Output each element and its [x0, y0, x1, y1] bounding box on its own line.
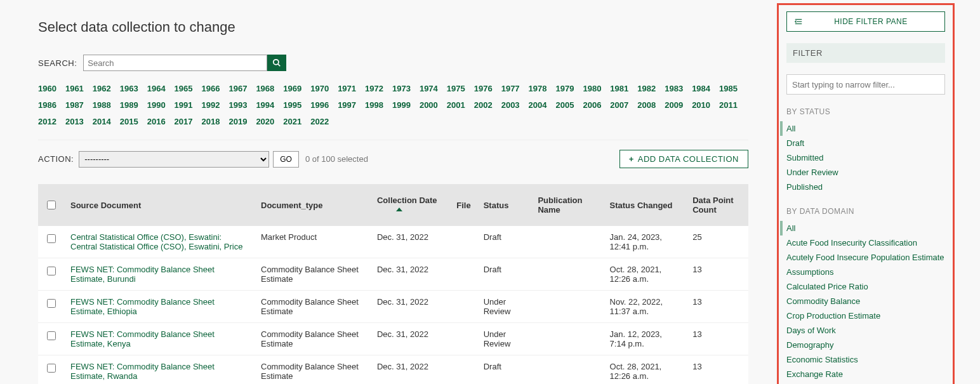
- search-button[interactable]: [267, 55, 286, 71]
- filter-link[interactable]: Submitted: [786, 153, 824, 162]
- year-link[interactable]: 2018: [202, 114, 220, 130]
- year-link[interactable]: 1977: [501, 81, 520, 97]
- year-link[interactable]: 1984: [692, 81, 710, 97]
- year-link[interactable]: 1978: [529, 81, 547, 97]
- row-checkbox[interactable]: [47, 234, 56, 243]
- year-link[interactable]: 1982: [637, 81, 656, 97]
- year-link[interactable]: 1996: [310, 97, 329, 114]
- year-link[interactable]: 1980: [583, 81, 601, 97]
- filter-link[interactable]: Assumptions: [786, 267, 833, 277]
- row-checkbox[interactable]: [47, 364, 56, 373]
- filter-item[interactable]: Crop Production Estimate: [786, 308, 945, 323]
- cell-source[interactable]: FEWS NET: Commodity Balance Sheet Estima…: [64, 323, 255, 355]
- year-link[interactable]: 1981: [610, 81, 628, 97]
- filter-link[interactable]: All: [786, 124, 795, 133]
- year-link[interactable]: 2019: [228, 114, 247, 130]
- year-link[interactable]: 2004: [529, 97, 547, 114]
- header-status-changed[interactable]: Status Changed: [604, 184, 687, 226]
- header-pub-name[interactable]: Publication Name: [531, 184, 603, 226]
- filter-link[interactable]: Draft: [786, 138, 804, 148]
- row-checkbox[interactable]: [47, 267, 56, 275]
- year-link[interactable]: 2017: [175, 114, 193, 130]
- year-link[interactable]: 2011: [719, 97, 738, 114]
- row-checkbox[interactable]: [47, 299, 56, 308]
- year-link[interactable]: 2003: [501, 97, 520, 114]
- year-link[interactable]: 1998: [365, 97, 383, 114]
- header-status[interactable]: Status: [477, 184, 532, 226]
- year-link[interactable]: 1974: [420, 81, 438, 97]
- header-count[interactable]: Data Point Count: [686, 184, 748, 226]
- year-link[interactable]: 1967: [228, 81, 247, 97]
- filter-link[interactable]: Crop Production Estimate: [786, 311, 880, 321]
- filter-link[interactable]: Acute Food Insecurity Classification: [786, 238, 917, 248]
- filter-link[interactable]: Calculated Price Ratio: [786, 282, 868, 291]
- cell-source[interactable]: FEWS NET: Commodity Balance Sheet Estima…: [64, 258, 255, 291]
- filter-item[interactable]: Acute Food Insecurity Classification: [786, 235, 945, 250]
- year-link[interactable]: 1965: [175, 81, 193, 97]
- filter-item[interactable]: Under Review: [786, 165, 945, 180]
- filter-item[interactable]: Calculated Price Ratio: [786, 279, 945, 294]
- action-select[interactable]: ---------: [79, 151, 269, 168]
- year-link[interactable]: 1963: [120, 81, 138, 97]
- year-link[interactable]: 1966: [202, 81, 220, 97]
- year-link[interactable]: 1995: [283, 97, 301, 114]
- year-link[interactable]: 2021: [283, 114, 301, 130]
- filter-link[interactable]: Economic Statistics: [786, 355, 858, 364]
- filter-item[interactable]: Commodity Balance: [786, 294, 945, 308]
- year-link[interactable]: 2007: [610, 97, 628, 114]
- year-link[interactable]: 2008: [637, 97, 656, 114]
- year-link[interactable]: 2001: [447, 97, 465, 114]
- header-collection-date[interactable]: Collection Date: [371, 184, 450, 226]
- year-link[interactable]: 1986: [38, 97, 56, 114]
- add-data-collection-button[interactable]: + ADD DATA COLLECTION: [619, 150, 748, 168]
- year-link[interactable]: 1960: [38, 81, 56, 97]
- filter-item[interactable]: Acutely Food Insecure Population Estimat…: [786, 250, 945, 265]
- year-link[interactable]: 1994: [256, 97, 274, 114]
- year-link[interactable]: 1975: [447, 81, 465, 97]
- filter-item[interactable]: Demography: [786, 338, 945, 352]
- filter-link[interactable]: Commodity Balance: [786, 296, 860, 306]
- year-link[interactable]: 1962: [93, 81, 111, 97]
- year-link[interactable]: 1968: [256, 81, 274, 97]
- year-link[interactable]: 1989: [120, 97, 138, 114]
- year-link[interactable]: 1961: [65, 81, 84, 97]
- year-link[interactable]: 1979: [556, 81, 574, 97]
- year-link[interactable]: 1972: [365, 81, 383, 97]
- year-link[interactable]: 1983: [665, 81, 683, 97]
- year-link[interactable]: 1970: [310, 81, 329, 97]
- header-doc-type[interactable]: Document_type: [255, 184, 371, 226]
- year-link[interactable]: 1985: [719, 81, 738, 97]
- header-file[interactable]: File: [450, 184, 477, 226]
- year-link[interactable]: 1997: [338, 97, 356, 114]
- year-link[interactable]: 2006: [583, 97, 601, 114]
- filter-item[interactable]: Days of Work: [786, 323, 945, 338]
- go-button[interactable]: GO: [273, 151, 299, 168]
- year-link[interactable]: 1988: [93, 97, 111, 114]
- year-link[interactable]: 2020: [256, 114, 274, 130]
- year-link[interactable]: 1964: [147, 81, 166, 97]
- filter-link[interactable]: Under Review: [786, 168, 838, 177]
- year-link[interactable]: 1987: [65, 97, 84, 114]
- year-link[interactable]: 2002: [474, 97, 493, 114]
- year-link[interactable]: 2005: [556, 97, 574, 114]
- filter-item[interactable]: Submitted: [786, 150, 945, 165]
- filter-item[interactable]: All: [780, 221, 945, 235]
- year-link[interactable]: 1991: [175, 97, 193, 114]
- year-link[interactable]: 2010: [692, 97, 710, 114]
- filter-item[interactable]: All: [780, 121, 945, 136]
- row-checkbox[interactable]: [47, 331, 56, 340]
- header-source[interactable]: Source Document: [64, 184, 255, 226]
- year-link[interactable]: 1976: [474, 81, 493, 97]
- cell-source[interactable]: FEWS NET: Commodity Balance Sheet Estima…: [64, 291, 255, 323]
- filter-link[interactable]: Published: [786, 182, 823, 192]
- year-link[interactable]: 1992: [202, 97, 220, 114]
- filter-search-input[interactable]: [786, 74, 945, 95]
- filter-link[interactable]: Days of Work: [786, 326, 836, 335]
- year-link[interactable]: 2009: [665, 97, 683, 114]
- filter-item[interactable]: Exchange Rate: [786, 367, 945, 381]
- year-link[interactable]: 1993: [228, 97, 247, 114]
- year-link[interactable]: 1973: [392, 81, 411, 97]
- filter-item[interactable]: Assumptions: [786, 265, 945, 279]
- year-link[interactable]: 1971: [338, 81, 356, 97]
- year-link[interactable]: 2014: [93, 114, 111, 130]
